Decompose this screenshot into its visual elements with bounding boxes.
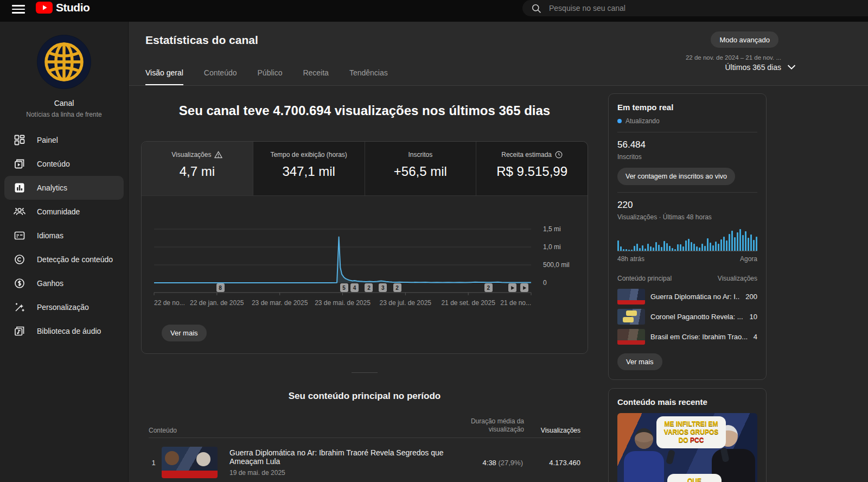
y-tick-label: 1,0 mi xyxy=(543,243,561,251)
video-publish-marker[interactable]: 5 xyxy=(340,283,348,292)
sidebar-item-conteudo[interactable]: Conteúdo xyxy=(0,152,128,176)
search-bar[interactable] xyxy=(522,0,868,16)
video-thumbnail xyxy=(162,447,218,478)
tab-tendencias[interactable]: Tendências xyxy=(349,68,388,85)
marker-play-icon[interactable] xyxy=(508,283,516,292)
metric-card-tempo-de-exibicao-horas[interactable]: Tempo de exibição (horas) 347,1 mil xyxy=(253,142,365,195)
tab-receita[interactable]: Receita xyxy=(303,68,328,85)
live-dot-icon xyxy=(617,119,622,123)
sidebar-item-analytics[interactable]: Analytics xyxy=(4,176,124,200)
analytics-tabs: Visão geralConteúdoPúblicoReceitaTendênc… xyxy=(145,68,388,85)
date-range-selector[interactable]: 22 de nov. de 2024 – 21 de nov. ... Últi… xyxy=(686,54,781,72)
video-title: Guerra Diplomática no Ar: Ibrahim Traoré… xyxy=(229,448,458,466)
video-thumbnail xyxy=(617,329,645,345)
sidebar-item-idiomas[interactable]: Idiomas xyxy=(0,224,128,248)
marker-play-icon[interactable] xyxy=(520,283,528,292)
list-header-views: Visualizações xyxy=(718,275,757,282)
realtime-bar xyxy=(734,237,736,251)
video-publish-marker[interactable]: 4 xyxy=(350,283,359,292)
realtime-bar-chart[interactable] xyxy=(617,229,757,251)
sidebar-item-comunidade[interactable]: Comunidade xyxy=(0,200,128,224)
channel-subtitle: Notícias da linha de frente xyxy=(0,111,128,118)
column-views[interactable]: Visualizações xyxy=(541,427,580,434)
realtime-content-row[interactable]: Guerra Diplomática no Ar: I... 200 xyxy=(617,289,757,305)
video-publish-marker[interactable]: 8 xyxy=(216,283,225,292)
metric-value: 4,7 mi xyxy=(142,164,253,179)
top-content-row[interactable]: 1 Guerra Diplomática no Ar: Ibrahim Trao… xyxy=(145,442,580,482)
subtitles-icon xyxy=(13,229,26,242)
sidebar-item-label: Ganhos xyxy=(37,279,63,288)
realtime-bar xyxy=(745,231,746,251)
realtime-bar xyxy=(715,242,717,251)
channel-avatar[interactable] xyxy=(37,35,91,89)
realtime-bar xyxy=(661,247,662,251)
realtime-views-label: Visualizações · Últimas 48 horas xyxy=(617,213,757,221)
thumbnail-speech-bubble: ME INFILTREI EM VARIOS GRUPOS DO PCC xyxy=(656,416,726,448)
search-icon xyxy=(531,3,541,14)
realtime-bar xyxy=(696,246,698,251)
live-subscriber-count-button[interactable]: Ver contagem de inscritos ao vivo xyxy=(617,168,735,185)
realtime-bar xyxy=(753,240,755,251)
sidebar-item-label: Detecção de conteúdo xyxy=(37,255,113,264)
metric-card-visualizacoes[interactable]: Visualizações 4,7 mi xyxy=(142,142,253,195)
community-icon xyxy=(13,205,26,218)
x-tick-label: 21 de set. de 2025 xyxy=(441,299,495,307)
realtime-bar xyxy=(658,245,660,251)
video-publish-marker[interactable]: 2 xyxy=(365,283,373,292)
realtime-bar xyxy=(742,235,744,251)
realtime-bar xyxy=(688,239,690,251)
advanced-mode-button[interactable]: Modo avançado xyxy=(711,31,778,48)
realtime-bar xyxy=(672,248,673,251)
tab-conteudo[interactable]: Conteúdo xyxy=(204,68,237,85)
realtime-bar xyxy=(737,232,738,251)
metric-value: +56,5 mil xyxy=(365,164,476,179)
chart-see-more-button[interactable]: Ver mais xyxy=(162,325,207,341)
realtime-content-row[interactable]: Coronel Paganotto Revela: ... 10 xyxy=(617,309,757,325)
realtime-bar xyxy=(710,243,711,251)
realtime-bar xyxy=(669,246,671,251)
metric-card-receita-estimada[interactable]: Receita estimada R$ 9.515,99 xyxy=(476,142,588,195)
recent-video-thumbnail[interactable]: ME INFILTREI EM VARIOS GRUPOS DO PCC QUE… xyxy=(617,413,757,482)
metric-label: Inscritos xyxy=(409,151,433,158)
tab-visao-geral[interactable]: Visão geral xyxy=(145,68,183,85)
sidebar-item-ganhos[interactable]: Ganhos xyxy=(0,271,128,295)
sidebar-item-painel[interactable]: Painel xyxy=(0,128,128,152)
realtime-bar xyxy=(685,240,687,251)
search-input[interactable] xyxy=(549,4,777,12)
youtube-play-icon xyxy=(36,2,53,14)
sidebar-nav: PainelConteúdoAnalyticsComunidadeIdiomas… xyxy=(0,128,128,343)
warning-icon xyxy=(214,151,222,158)
realtime-bar xyxy=(620,246,622,251)
tab-publico[interactable]: Público xyxy=(258,68,283,85)
realtime-bar xyxy=(748,238,749,251)
x-tick-label: 22 de no... xyxy=(154,299,185,307)
sidebar-item-personalizacao[interactable]: Personalização xyxy=(0,295,128,319)
video-title: Brasil em Crise: Ibrahim Trao... xyxy=(650,333,748,341)
wand-icon xyxy=(13,301,26,314)
sidebar-item-deteccao-de-conteudo[interactable]: Detecção de conteúdo xyxy=(0,248,128,271)
realtime-status-label: Atualizando xyxy=(626,117,660,125)
channel-name: Canal xyxy=(0,99,128,107)
sidebar: Canal Notícias da linha de frente Painel… xyxy=(0,22,129,482)
chevron-down-icon[interactable] xyxy=(786,61,797,73)
hamburger-menu-icon[interactable] xyxy=(12,3,25,15)
realtime-bar xyxy=(647,244,649,251)
realtime-top-content: Guerra Diplomática no Ar: I... 200 Coron… xyxy=(617,289,757,345)
sidebar-item-label: Comunidade xyxy=(37,207,80,216)
realtime-bar xyxy=(726,240,727,251)
video-publish-marker[interactable]: 3 xyxy=(379,283,387,292)
video-views: 4.173.460 xyxy=(542,459,580,467)
channel-block: Canal Notícias da linha de frente xyxy=(0,22,128,118)
realtime-content-row[interactable]: Brasil em Crise: Ibrahim Trao... 4 xyxy=(617,329,757,345)
realtime-see-more-button[interactable]: Ver mais xyxy=(617,353,662,370)
realtime-bar xyxy=(642,245,643,251)
sidebar-item-biblioteca-de-audio[interactable]: Biblioteca de áudio xyxy=(0,319,128,343)
video-publish-marker[interactable]: 2 xyxy=(484,283,493,292)
realtime-bar xyxy=(644,249,646,251)
metric-strip: Visualizações 4,7 miTempo de exibição (h… xyxy=(142,142,588,196)
realtime-bar xyxy=(729,234,730,251)
metric-card-inscritos[interactable]: Inscritos +56,5 mil xyxy=(365,142,476,195)
youtube-studio-logo[interactable]: Studio xyxy=(36,1,90,14)
video-publish-marker[interactable]: 2 xyxy=(393,283,401,292)
realtime-views: 220 xyxy=(617,200,757,211)
